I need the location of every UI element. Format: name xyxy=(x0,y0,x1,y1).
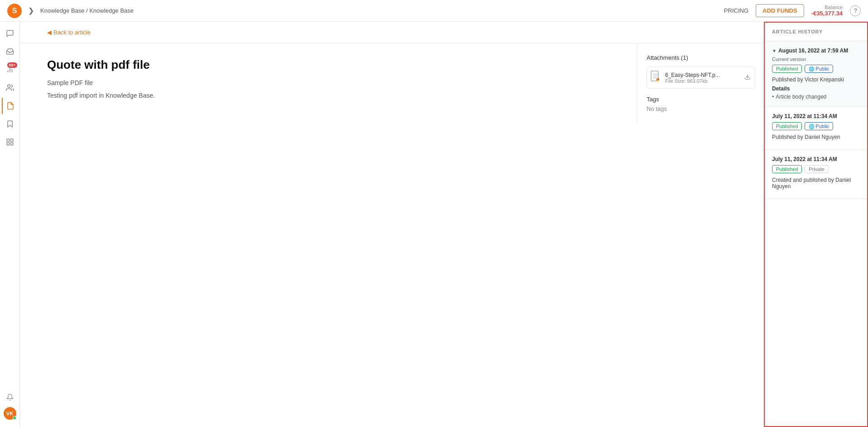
svg-point-3 xyxy=(7,85,10,87)
add-funds-button[interactable]: ADD FUNDS xyxy=(756,4,804,17)
tags-title: Tags xyxy=(647,96,755,103)
article-sidebar: Attachments (1) PDF 6_Easy-Steps-NFT.p..… xyxy=(637,43,764,123)
sidebar-notifications[interactable] xyxy=(2,389,18,405)
history-author-1: Published by Victor Krepanski xyxy=(772,76,860,83)
sidebar-bottom: VK xyxy=(2,389,18,423)
attachment-size: File Size: 963.07kb xyxy=(665,78,740,84)
svg-rect-6 xyxy=(10,143,13,145)
history-entry-2: July 11, 2022 at 11:34 AM Published 🌐Pub… xyxy=(765,107,867,150)
pricing-link[interactable]: PRICING xyxy=(724,7,748,14)
tags-empty: No tags xyxy=(647,105,755,112)
back-arrow-icon: ◀ xyxy=(47,29,52,36)
sidebar-item-reports[interactable]: 99+ xyxy=(2,62,18,78)
attachment-info: 6_Easy-Steps-NFT.p... File Size: 963.07k… xyxy=(665,72,740,84)
history-badges-1: Published 🌐Public xyxy=(772,65,860,73)
sidebar-item-saved-replies[interactable] xyxy=(2,116,18,132)
svg-text:PDF: PDF xyxy=(657,80,661,82)
avatar[interactable]: VK xyxy=(4,407,16,420)
current-version-label: Current version xyxy=(772,57,860,62)
attachment-item: PDF 6_Easy-Steps-NFT.p... File Size: 963… xyxy=(647,66,755,89)
breadcrumb-link-knowledge-base[interactable]: Knowledge Base xyxy=(40,7,85,14)
sidebar-item-knowledge-base[interactable] xyxy=(2,98,18,114)
history-date-3: July 11, 2022 at 11:34 AM xyxy=(772,156,837,162)
left-sidebar: 99+ VK xyxy=(0,22,20,427)
article-content: Quote with pdf file Sample PDF file Test… xyxy=(20,43,764,123)
attachment-name: 6_Easy-Steps-NFT.p... xyxy=(665,72,740,78)
svg-rect-5 xyxy=(10,139,13,141)
history-badges-2: Published 🌐Public xyxy=(772,122,860,130)
history-date-2: July 11, 2022 at 11:34 AM xyxy=(772,113,837,119)
published-badge-3: Published xyxy=(772,165,802,173)
top-nav: S ❯ Knowledge Base / Knowledge Base PRIC… xyxy=(0,0,868,22)
avatar-online-indicator xyxy=(13,416,16,420)
history-author-3: Created and published by Daniel Nguyen xyxy=(772,177,860,190)
history-panel-title: ARTICLE HISTORY xyxy=(765,23,867,41)
svg-rect-7 xyxy=(7,143,9,145)
svg-rect-4 xyxy=(7,139,9,141)
file-icon: PDF xyxy=(651,71,661,85)
private-badge-3: Private xyxy=(805,165,828,173)
history-panel: ARTICLE HISTORY ▼ August 16, 2022 at 7:5… xyxy=(764,22,868,427)
sidebar-item-chat[interactable] xyxy=(2,25,18,42)
balance-label: Balance xyxy=(811,5,843,10)
back-link-bar: ◀ Back to article xyxy=(20,22,764,43)
history-badges-3: Published Private xyxy=(772,165,860,173)
balance-amount: -€35,377.34 xyxy=(811,10,843,17)
sidebar-item-settings[interactable] xyxy=(2,134,18,150)
collapse-icon[interactable]: ▼ xyxy=(772,48,777,53)
article-description: Testing pdf import in Knowledge Base. xyxy=(47,92,610,99)
avatar-initials: VK xyxy=(6,411,13,416)
published-badge-2: Published xyxy=(772,122,802,130)
attachments-title: Attachments (1) xyxy=(647,54,755,61)
history-author-2: Published by Daniel Nguyen xyxy=(772,134,860,140)
history-entry-3: July 11, 2022 at 11:34 AM Published Priv… xyxy=(765,150,867,199)
history-date-1: August 16, 2022 at 7:59 AM xyxy=(778,47,848,54)
article-title: Quote with pdf file xyxy=(47,58,610,72)
breadcrumb-current: Knowledge Base xyxy=(89,7,134,14)
nav-right: PRICING ADD FUNDS Balance -€35,377.34 ? xyxy=(724,4,861,17)
app-logo: S xyxy=(7,4,22,18)
history-entry-1: ▼ August 16, 2022 at 7:59 AM Current ver… xyxy=(765,41,867,107)
globe-icon-1: 🌐 xyxy=(809,66,814,71)
article-main: ◀ Back to article Quote with pdf file Sa… xyxy=(20,22,764,427)
reports-badge: 99+ xyxy=(7,62,17,68)
public-badge-2: 🌐Public xyxy=(805,122,833,130)
public-badge-1: 🌐Public xyxy=(805,65,833,73)
breadcrumb: Knowledge Base / Knowledge Base xyxy=(40,7,719,14)
balance-section: Balance -€35,377.34 xyxy=(811,5,843,17)
expand-nav-button[interactable]: ❯ xyxy=(26,5,36,17)
history-details-label-1: Details xyxy=(772,85,860,92)
globe-icon-2: 🌐 xyxy=(809,124,814,129)
sidebar-item-contacts[interactable] xyxy=(2,80,18,96)
history-detail-item-1: • Article body changed xyxy=(772,94,860,100)
main-layout: 99+ VK ◀ xyxy=(0,22,868,427)
help-button[interactable]: ? xyxy=(850,5,861,16)
back-to-article-link[interactable]: ◀ Back to article xyxy=(47,29,737,36)
content-area: ◀ Back to article Quote with pdf file Sa… xyxy=(20,22,868,427)
published-badge-1: Published xyxy=(772,65,802,73)
sidebar-item-inbox[interactable] xyxy=(2,43,18,60)
article-subtitle: Sample PDF file xyxy=(47,79,610,86)
article-body: Quote with pdf file Sample PDF file Test… xyxy=(20,43,637,123)
download-button[interactable] xyxy=(744,74,751,81)
tags-section: Tags No tags xyxy=(647,96,755,112)
